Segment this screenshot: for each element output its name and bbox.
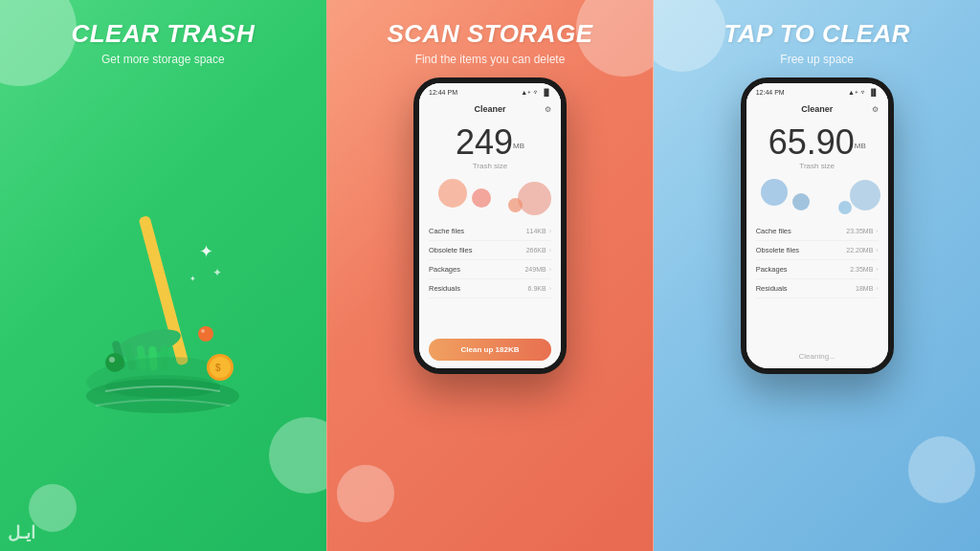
file-name: Cache files	[429, 227, 464, 235]
big-number: 249	[456, 122, 513, 162]
panel-subtitle: Free up space	[780, 53, 854, 66]
bubbles	[746, 174, 888, 222]
panel-title: SCAN STORAGE	[388, 19, 593, 49]
svg-point-17	[109, 357, 115, 363]
chevron-right-icon: ›	[876, 247, 878, 253]
table-row: Cache files 23.35MB ›	[756, 222, 879, 241]
deco-circle	[576, 0, 654, 77]
phone-mockup: 12:44 PM ▲◈ ᯤ ▐▌ Cleaner ⚙ 249MB Trash s…	[413, 77, 567, 374]
storage-number: 65.90MB	[746, 118, 888, 162]
table-row: Packages 2.35MB ›	[756, 260, 879, 279]
svg-point-18	[198, 326, 213, 342]
unit-label: MB	[855, 142, 866, 150]
phone-mockup: 12:44 PM ▲◈ ᯤ ▐▌ Cleaner ⚙ 65.90MB Trash…	[741, 77, 894, 374]
scan-storage-panel: SCAN STORAGE Find the items you can dele…	[326, 0, 655, 551]
panel-title: TAP TO CLEAR	[724, 19, 910, 49]
time: 12:44 PM	[429, 89, 457, 96]
svg-text:$: $	[215, 363, 221, 373]
chevron-right-icon: ›	[549, 228, 551, 234]
bubble	[472, 188, 491, 208]
file-list: Cache files 23.35MB › Obsolete files 22.…	[746, 222, 888, 344]
cleaning-text: Cleaning...	[756, 352, 879, 361]
bubble	[850, 180, 880, 210]
svg-text:✦: ✦	[199, 242, 213, 261]
deco-circle	[337, 465, 394, 522]
time: 12:44 PM	[756, 89, 785, 96]
trash-size-label: Trash size	[419, 162, 561, 170]
file-name: Cache files	[756, 227, 791, 235]
file-size: 18MB ›	[856, 285, 879, 292]
bubble	[508, 198, 523, 212]
icons: ▲◈ ᯤ ▐▌	[848, 89, 879, 96]
gear-icon[interactable]: ⚙	[545, 105, 551, 114]
app-title: Cleaner	[801, 104, 833, 114]
bubble	[438, 179, 467, 208]
svg-point-16	[105, 353, 124, 372]
status-bar: 12:44 PM ▲◈ ᯤ ▐▌	[419, 83, 561, 100]
table-row: Residuals 18MB ›	[756, 279, 879, 298]
table-row: Obsolete files 266KB ›	[429, 241, 551, 260]
bubble	[792, 193, 810, 210]
status-bar: 12:44 PM ▲◈ ᯤ ▐▌	[746, 83, 888, 100]
trash-size-label: Trash size	[746, 162, 888, 170]
file-name: Residuals	[756, 284, 788, 293]
chevron-right-icon: ›	[876, 285, 878, 292]
file-list: Cache files 114KB › Obsolete files 266KB…	[419, 222, 561, 331]
deco-circle	[908, 436, 975, 503]
chevron-right-icon: ›	[876, 228, 878, 234]
file-name: Obsolete files	[756, 246, 799, 254]
bubble	[761, 179, 788, 206]
phone-screen: 12:44 PM ▲◈ ᯤ ▐▌ Cleaner ⚙ 65.90MB Trash…	[746, 83, 888, 368]
file-size: 6.9KB ›	[528, 285, 551, 292]
deco-circle	[654, 0, 725, 72]
table-row: Residuals 6.9KB ›	[429, 279, 551, 298]
app-title: Cleaner	[474, 104, 505, 114]
table-row: Packages 249MB ›	[429, 260, 551, 279]
chevron-right-icon: ›	[876, 266, 878, 273]
file-size: 266KB ›	[526, 247, 551, 253]
broom-illustration: ✦ ✦ ✦ $	[10, 77, 317, 541]
file-size: 249MB ›	[524, 266, 551, 273]
gear-icon[interactable]: ⚙	[872, 105, 879, 114]
panel-title: CLEAR TRASH	[71, 19, 255, 49]
svg-text:✦: ✦	[189, 275, 196, 283]
cleanup-button[interactable]: Clean up 182KB	[429, 339, 551, 361]
bubbles	[419, 174, 561, 222]
phone-screen: 12:44 PM ▲◈ ᯤ ▐▌ Cleaner ⚙ 249MB Trash s…	[419, 83, 561, 368]
file-name: Packages	[756, 265, 788, 274]
clear-trash-panel: CLEAR TRASH Get more storage space ✦ ✦ ✦	[0, 0, 326, 551]
big-number: 65.90	[768, 122, 855, 162]
file-size: 114KB ›	[526, 228, 551, 234]
deco-circle	[0, 0, 77, 86]
unit-label: MB	[513, 142, 524, 150]
file-size: 23.35MB ›	[846, 228, 878, 234]
chevron-right-icon: ›	[549, 247, 551, 253]
bubble	[838, 201, 852, 214]
tap-to-clear-panel: TAP TO CLEAR Free up space 12:44 PM ▲◈ ᯤ…	[654, 0, 980, 551]
broom-svg: ✦ ✦ ✦ $	[57, 176, 268, 444]
svg-point-19	[201, 329, 205, 333]
app-header: Cleaner ⚙	[746, 100, 888, 118]
file-name: Obsolete files	[429, 246, 472, 254]
bubble	[518, 182, 551, 215]
icons: ▲◈ ᯤ ▐▌	[521, 89, 551, 96]
panel-subtitle: Get more storage space	[101, 53, 225, 66]
svg-text:✦: ✦	[212, 266, 222, 279]
table-row: Obsolete files 22.20MB ›	[756, 241, 879, 260]
file-name: Residuals	[429, 284, 460, 293]
table-row: Cache files 114KB ›	[429, 222, 551, 241]
chevron-right-icon: ›	[549, 285, 551, 292]
storage-number: 249MB	[419, 118, 561, 162]
file-size: 2.35MB ›	[850, 266, 878, 273]
watermark: ایـل	[8, 522, 35, 543]
file-name: Packages	[429, 265, 460, 274]
file-size: 22.20MB ›	[846, 247, 878, 253]
chevron-right-icon: ›	[549, 266, 551, 273]
app-header: Cleaner ⚙	[419, 100, 561, 118]
panel-subtitle: Find the items you can delete	[415, 53, 566, 66]
